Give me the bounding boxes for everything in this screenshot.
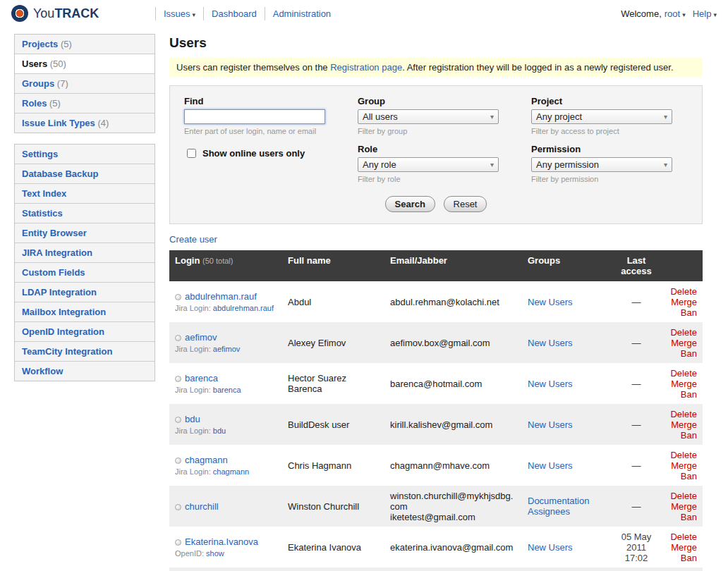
chevron-down-icon: ▾ (490, 161, 494, 168)
sidebar-item-jira-integration[interactable]: JIRA Integration (15, 243, 154, 263)
merge-link[interactable]: Merge (671, 460, 697, 471)
login-sub-link[interactable]: abdulrehman.rauf (213, 304, 274, 312)
delete-link[interactable]: Delete (670, 327, 697, 338)
col-login-label: Login (175, 255, 200, 266)
nav-administration[interactable]: Administration (265, 7, 339, 20)
merge-link[interactable]: Merge (671, 297, 697, 307)
ban-link[interactable]: Ban (681, 471, 697, 481)
user-login-link[interactable]: barenca (185, 373, 218, 383)
table-row: Ekaterina.IvanovaOpenID: showEkaterina I… (169, 527, 703, 567)
sidebar-item-users[interactable]: Users (50) (15, 54, 154, 74)
role-hint: Filter by role (358, 175, 499, 183)
sidebar-item-custom-fields[interactable]: Custom Fields (15, 263, 154, 283)
sidebar-item-database-backup[interactable]: Database Backup (15, 164, 154, 184)
login-sub-link[interactable]: chagmann (213, 467, 249, 476)
user-group-link[interactable]: Assignees (528, 506, 570, 517)
online-users-checkbox[interactable] (187, 149, 196, 158)
nav-dashboard[interactable]: Dashboard (203, 7, 265, 20)
ban-link[interactable]: Ban (681, 389, 697, 400)
table-row: barencaJira Login: barencaHector Suarez … (169, 363, 703, 404)
login-sub-link[interactable]: aefimov (213, 345, 241, 353)
user-login-link[interactable]: aefimov (185, 332, 217, 343)
merge-link[interactable]: Merge (671, 338, 697, 348)
sidebar-item-issue-link-types[interactable]: Issue Link Types (4) (15, 113, 154, 133)
sidebar-item-label: Projects (22, 39, 58, 49)
merge-link[interactable]: Merge (671, 542, 697, 553)
project-select[interactable]: Any project▾ (531, 109, 672, 124)
row-actions: DeleteMergeBan (663, 363, 703, 404)
user-full-name: Hector Suarez Barenca (282, 363, 384, 404)
delete-link[interactable]: Delete (670, 286, 697, 297)
row-actions: Delete (663, 567, 703, 571)
ban-link[interactable]: Ban (681, 512, 697, 522)
delete-link[interactable]: Delete (670, 368, 697, 379)
role-select-value: Any role (363, 159, 396, 170)
user-full-name (282, 567, 384, 571)
sidebar-item-statistics[interactable]: Statistics (15, 204, 154, 223)
login-sub-link[interactable]: barenca (213, 386, 241, 394)
search-button[interactable]: Search (385, 196, 435, 212)
user-full-name: Winston Churchill (282, 486, 384, 527)
users-table: Login (50 total) Full name Email/Jabber … (169, 250, 703, 571)
sidebar-item-teamcity-integration[interactable]: TeamCity Integration (15, 342, 154, 362)
find-input[interactable] (184, 109, 325, 124)
nav-issues[interactable]: Issues▾ (155, 7, 203, 20)
user-login-link[interactable]: churchill (185, 501, 219, 512)
sidebar-item-roles[interactable]: Roles (5) (15, 94, 154, 113)
user-group-link[interactable]: New Users (528, 297, 573, 307)
user-group-link[interactable]: New Users (528, 460, 573, 471)
merge-link[interactable]: Merge (671, 379, 697, 389)
sidebar-item-groups[interactable]: Groups (7) (15, 74, 154, 94)
login-sub-link[interactable]: show (206, 549, 224, 558)
sidebar-item-projects[interactable]: Projects (5) (15, 35, 154, 54)
user-group-link[interactable]: New Users (528, 379, 573, 389)
permission-select[interactable]: Any permission▾ (531, 157, 672, 172)
sidebar-item-text-index[interactable]: Text Index (15, 184, 154, 204)
delete-link[interactable]: Delete (670, 409, 697, 419)
sidebar-item-workflow[interactable]: Workflow (15, 362, 154, 381)
col-login: Login (50 total) (169, 250, 282, 281)
user-group-link[interactable]: New Users (528, 419, 573, 430)
permission-select-value: Any permission (536, 159, 599, 170)
reset-button[interactable]: Reset (444, 196, 487, 212)
ban-link[interactable]: Ban (681, 348, 697, 359)
user-login-link[interactable]: abdulrehman.rauf (185, 291, 257, 302)
sidebar-item-count: (50) (47, 59, 66, 69)
user-menu[interactable]: root▾ (665, 8, 686, 19)
user-group-link[interactable]: Documentation (528, 496, 589, 506)
merge-link[interactable]: Merge (671, 501, 697, 512)
create-user-link[interactable]: Create user (169, 234, 217, 245)
sidebar-item-label: OpenID Integration (22, 326, 104, 337)
role-select[interactable]: Any role▾ (358, 157, 499, 172)
permission-label: Permission (531, 144, 672, 154)
user-login-link[interactable]: Ekaterina.Ivanova (185, 536, 258, 547)
last-access: — (609, 445, 663, 486)
delete-link[interactable]: Delete (670, 491, 697, 501)
user-login-link[interactable]: chagmann (185, 455, 228, 465)
sidebar-item-settings[interactable]: Settings (15, 145, 154, 164)
sidebar-item-ldap-integration[interactable]: LDAP Integration (15, 283, 154, 302)
help-menu[interactable]: Help▾ (693, 8, 717, 19)
login-sub-label: Jira Login: (175, 426, 213, 435)
table-header-row: Login (50 total) Full name Email/Jabber … (169, 250, 703, 281)
delete-link[interactable]: Delete (670, 532, 697, 542)
user-group-link[interactable]: New Users (528, 542, 573, 553)
col-groups: Groups (522, 250, 609, 281)
login-sub-link[interactable]: bdu (213, 426, 226, 435)
user-email: chagmann@mhave.com (384, 445, 522, 486)
sidebar-item-count: (5) (58, 39, 72, 49)
group-select[interactable]: All users▾ (358, 109, 499, 124)
sidebar-item-openid-integration[interactable]: OpenID Integration (15, 322, 154, 342)
ban-link[interactable]: Ban (681, 307, 697, 318)
sidebar-group-settings: SettingsDatabase BackupText IndexStatist… (14, 144, 155, 381)
sidebar-item-mailbox-integration[interactable]: Mailbox Integration (15, 302, 154, 322)
delete-link[interactable]: Delete (670, 450, 697, 460)
merge-link[interactable]: Merge (671, 419, 697, 430)
user-group-link[interactable]: New Users (528, 338, 573, 348)
user-login-link[interactable]: bdu (185, 414, 200, 424)
banner-text-post: . After registration they will be logged… (402, 62, 673, 73)
sidebar-item-entity-browser[interactable]: Entity Browser (15, 223, 154, 243)
registration-page-link[interactable]: Registration page (330, 62, 402, 73)
ban-link[interactable]: Ban (681, 553, 697, 563)
ban-link[interactable]: Ban (681, 430, 697, 441)
